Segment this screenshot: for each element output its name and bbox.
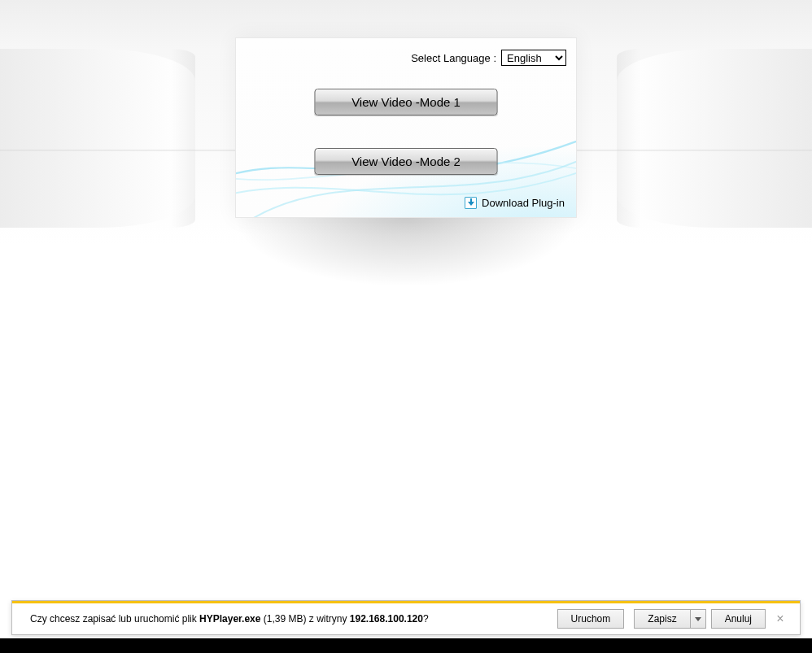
view-video-mode1-button[interactable]: View Video -Mode 1 (315, 89, 498, 115)
notification-suffix: ? (423, 613, 429, 625)
bottom-black-bar (0, 638, 812, 653)
bg-wall-right (617, 49, 812, 228)
notification-message: Czy chcesz zapisać lub uruchomić plik HY… (30, 613, 552, 625)
view-video-mode2-button[interactable]: View Video -Mode 2 (315, 148, 498, 175)
bg-wall-left (0, 49, 195, 228)
download-plugin-link[interactable]: Download Plug-in (465, 197, 565, 209)
chevron-down-icon (695, 617, 701, 621)
notification-filename: HYPlayer.exe (199, 613, 260, 625)
download-icon (465, 197, 477, 209)
download-notification-bar: Czy chcesz zapisać lub uruchomić plik HY… (11, 600, 801, 635)
language-label: Select Language : (411, 52, 496, 64)
language-row: Select Language : English (411, 50, 566, 66)
save-split-button: Zapisz (629, 609, 705, 629)
language-select[interactable]: English (501, 50, 566, 66)
login-panel: Select Language : English View Video -Mo… (235, 37, 577, 218)
close-notification-button[interactable]: × (769, 612, 792, 626)
run-button[interactable]: Uruchom (557, 609, 625, 629)
save-button[interactable]: Zapisz (634, 609, 689, 629)
notification-size: (1,39 MB) z witryny (260, 613, 349, 625)
cancel-button[interactable]: Anuluj (711, 609, 766, 629)
notification-host: 192.168.100.120 (350, 613, 423, 625)
notification-prefix: Czy chcesz zapisać lub uruchomić plik (30, 613, 199, 625)
download-plugin-label: Download Plug-in (482, 197, 565, 209)
save-dropdown-arrow[interactable] (690, 609, 706, 629)
